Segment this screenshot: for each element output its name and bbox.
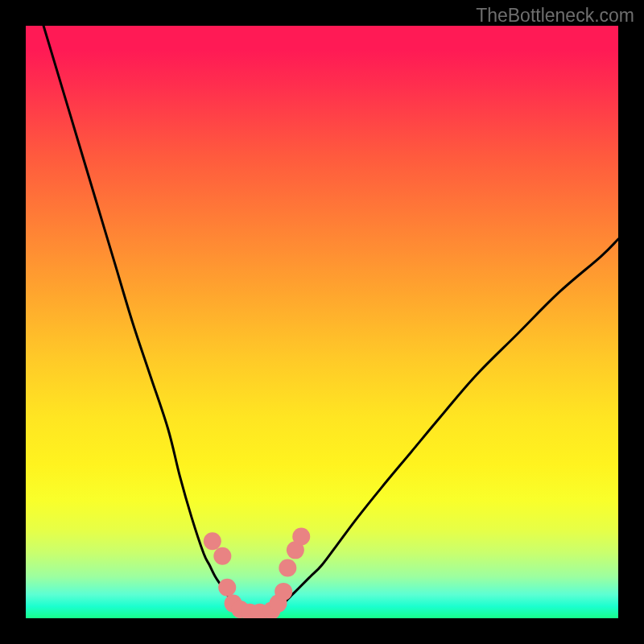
plot-area	[26, 26, 618, 618]
marker-dot	[204, 532, 221, 550]
bottleneck-curves	[43, 26, 618, 613]
marker-dot	[275, 583, 292, 601]
marker-dot	[213, 547, 231, 565]
marker-dot	[279, 559, 296, 576]
marker-dot	[218, 579, 236, 597]
curve-right-curve	[275, 239, 618, 613]
chart-svg	[26, 26, 618, 618]
watermark-label: TheBottleneck.com	[476, 5, 634, 27]
marker-points	[204, 527, 310, 618]
marker-dot	[292, 527, 310, 545]
curve-left-curve	[43, 26, 245, 613]
chart-frame: TheBottleneck.com	[0, 0, 644, 644]
